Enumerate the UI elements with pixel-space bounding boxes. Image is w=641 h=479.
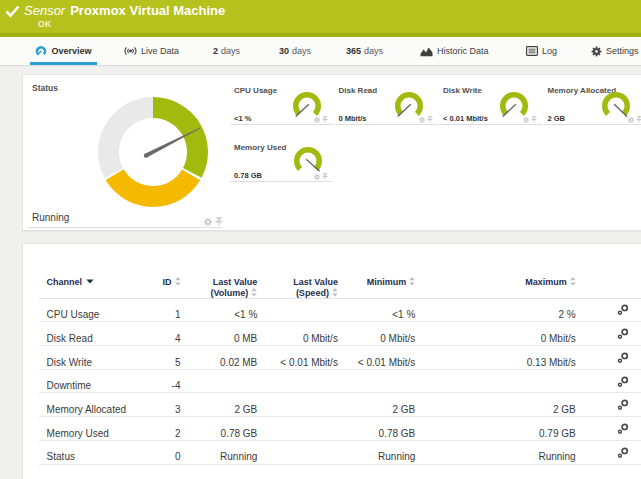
tab-live-data-label: Live Data bbox=[141, 46, 179, 56]
status-panel-title: Status bbox=[32, 83, 58, 93]
mini-gauge-cell-disk-write: Disk Write< 0.01 Mbit/s bbox=[439, 86, 542, 125]
tab-historic-data[interactable]: Historic Data bbox=[420, 37, 489, 65]
channel-settings-icon[interactable] bbox=[617, 328, 629, 340]
channel-settings-icon[interactable] bbox=[617, 399, 629, 411]
mini-cell-divider bbox=[335, 124, 438, 125]
gauge-action-icons bbox=[523, 116, 537, 123]
tab-log[interactable]: Log bbox=[526, 37, 557, 65]
sort-desc-icon bbox=[86, 279, 94, 284]
pin-icon[interactable] bbox=[636, 116, 641, 123]
pin-icon[interactable] bbox=[215, 217, 223, 226]
gauge-action-icons bbox=[628, 116, 641, 123]
cell-maximum: 0.79 GB bbox=[476, 428, 576, 439]
sensor-name: Proxmox Virtual Machine bbox=[70, 3, 225, 18]
cell-channel: Disk Read bbox=[47, 333, 93, 344]
table-row-memory-used[interactable]: Memory Used20.78 GB0.78 GB0.79 GB bbox=[39, 417, 641, 441]
gear-icon[interactable] bbox=[204, 218, 212, 226]
mini-gauge-cell-memory-allocated: Memory Allocated2 GB bbox=[544, 86, 641, 125]
gauge-action-icons bbox=[314, 116, 328, 123]
tab-live-data[interactable]: Live Data bbox=[124, 37, 179, 65]
table-row-downtime[interactable]: Downtime-4 bbox=[39, 370, 641, 394]
mini-cell-divider bbox=[544, 124, 641, 125]
pin-icon[interactable] bbox=[427, 116, 433, 123]
cell-maximum: 2 GB bbox=[476, 404, 576, 415]
table-row-cpu-usage[interactable]: CPU Usage1<1 %<1 %2 % bbox=[39, 299, 641, 323]
mini-gauge-cell-memory-used: Memory Used0.78 GB bbox=[230, 143, 333, 182]
area-chart-icon bbox=[420, 46, 433, 57]
channel-settings-icon[interactable] bbox=[617, 447, 629, 459]
cell-last-value-volume: Running bbox=[157, 451, 257, 462]
cell-minimum: <1 % bbox=[315, 309, 415, 320]
mini-cell-divider bbox=[439, 124, 542, 125]
active-tab-underline bbox=[30, 62, 97, 65]
cell-maximum: 0.13 Mbit/s bbox=[476, 357, 576, 368]
column-header-maximum[interactable]: Maximum bbox=[476, 277, 576, 288]
gauge-icon bbox=[35, 45, 47, 57]
cell-minimum: 0.78 GB bbox=[315, 428, 415, 439]
gear-icon bbox=[591, 46, 602, 57]
sensor-tabbar: Overview Live Data 2days 30days 365days … bbox=[0, 37, 641, 66]
gear-icon[interactable] bbox=[314, 174, 320, 180]
cell-last-value-volume: 0.78 GB bbox=[157, 428, 257, 439]
tab-365-days-label: days bbox=[364, 46, 383, 56]
tab-settings[interactable]: Settings bbox=[591, 37, 639, 65]
sensor-status-gauge bbox=[93, 92, 213, 212]
gear-icon[interactable] bbox=[523, 117, 529, 123]
broadcast-icon bbox=[124, 45, 137, 57]
cell-channel: Status bbox=[47, 451, 75, 462]
cell-maximum: 0 Mbit/s bbox=[476, 333, 576, 344]
page-title: SensorProxmox Virtual Machine bbox=[24, 3, 225, 18]
cell-channel: Downtime bbox=[47, 380, 91, 391]
cell-maximum: Running bbox=[476, 451, 576, 462]
table-row-disk-read[interactable]: Disk Read40 MB0 Mbit/s0 Mbit/s0 Mbit/s bbox=[39, 322, 641, 346]
gauge-action-icons bbox=[419, 116, 433, 123]
channel-settings-icon[interactable] bbox=[617, 376, 629, 388]
sensor-status-value: Running bbox=[32, 212, 69, 223]
cell-maximum: 2 % bbox=[476, 309, 576, 320]
column-header-channel[interactable]: Channel bbox=[47, 277, 95, 288]
tab-log-label: Log bbox=[542, 46, 557, 56]
channel-label: Disk Write bbox=[443, 86, 482, 95]
channel-last-value: 0 Mbit/s bbox=[339, 114, 367, 123]
gauge-action-icons bbox=[204, 217, 223, 226]
gear-icon[interactable] bbox=[314, 117, 320, 123]
cell-minimum: 2 GB bbox=[315, 404, 415, 415]
pin-icon[interactable] bbox=[322, 116, 328, 123]
tab-2-days[interactable]: 2days bbox=[213, 37, 240, 65]
sort-icon bbox=[332, 288, 338, 297]
table-row-memory-allocated[interactable]: Memory Allocated32 GB2 GB2 GB bbox=[39, 393, 641, 417]
channel-last-value: < 0.01 Mbit/s bbox=[443, 114, 488, 123]
tab-30-days-number: 30 bbox=[279, 46, 289, 56]
pin-icon[interactable] bbox=[531, 116, 537, 123]
sensor-status-badge: OK bbox=[38, 19, 51, 29]
channel-last-value: <1 % bbox=[234, 114, 251, 123]
channel-settings-icon[interactable] bbox=[617, 423, 629, 435]
ok-check-icon bbox=[5, 4, 20, 22]
tab-30-days-label: days bbox=[292, 46, 311, 56]
mini-gauge-cell-cpu-usage: CPU Usage<1 % bbox=[230, 86, 333, 125]
cell-last-value-volume: <1 % bbox=[157, 309, 257, 320]
channel-label: Memory Used bbox=[234, 143, 286, 152]
channel-settings-icon[interactable] bbox=[617, 352, 629, 364]
tab-30-days[interactable]: 30days bbox=[279, 37, 311, 65]
channel-settings-icon[interactable] bbox=[617, 304, 629, 316]
channel-last-value: 0.78 GB bbox=[234, 171, 262, 180]
gear-icon[interactable] bbox=[419, 117, 425, 123]
sort-icon bbox=[409, 277, 415, 286]
channel-label: Disk Read bbox=[339, 86, 378, 95]
sort-icon bbox=[570, 277, 576, 286]
pin-icon[interactable] bbox=[322, 173, 328, 180]
cell-id: -4 bbox=[101, 380, 181, 391]
report-icon bbox=[526, 46, 538, 56]
gear-icon[interactable] bbox=[628, 117, 634, 123]
cell-minimum: Running bbox=[315, 451, 415, 462]
table-row-status[interactable]: Status0RunningRunningRunning bbox=[39, 441, 641, 465]
mini-gauge-cell-disk-read: Disk Read0 Mbit/s bbox=[335, 86, 438, 125]
column-header-minimum[interactable]: Minimum bbox=[315, 277, 415, 288]
channel-label: CPU Usage bbox=[234, 86, 277, 95]
sensor-status-header: SensorProxmox Virtual Machine OK bbox=[0, 0, 641, 37]
tab-365-days[interactable]: 365days bbox=[346, 37, 383, 65]
table-row-disk-write[interactable]: Disk Write50.02 MB< 0.01 Mbit/s< 0.01 Mb… bbox=[39, 346, 641, 370]
status-panel: Status Running CPU Usage<1 %Disk Read0 M… bbox=[22, 74, 641, 231]
cell-channel: Memory Used bbox=[47, 428, 109, 439]
